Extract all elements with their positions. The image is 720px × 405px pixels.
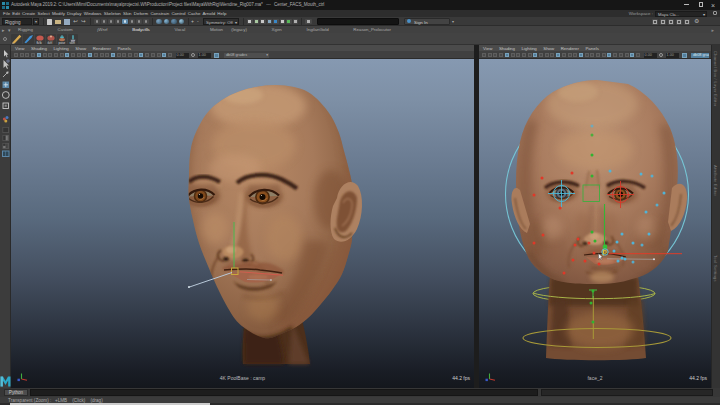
svg-text:skin: skin — [70, 41, 76, 45]
svg-text:ik/rl: ik/rl — [48, 41, 53, 45]
svg-text:fk/ik: fk/ik — [37, 41, 43, 45]
svg-text:pose: pose — [59, 41, 66, 45]
